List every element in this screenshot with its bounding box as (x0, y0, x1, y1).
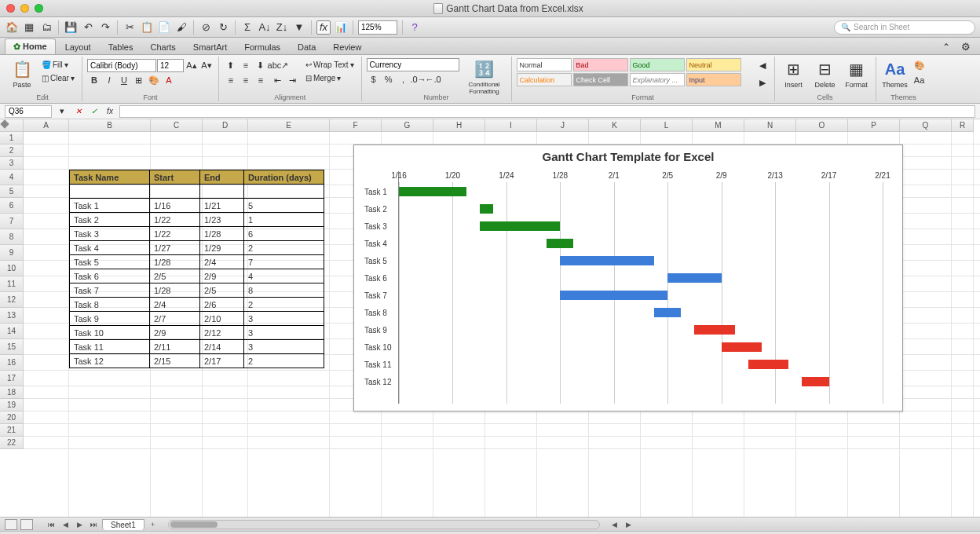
scroll-right-button[interactable]: ▶ (623, 519, 634, 530)
collapse-ribbon-button[interactable]: ⌃ (938, 40, 955, 54)
table-cell[interactable] (200, 185, 244, 199)
table-cell[interactable]: 2/5 (150, 269, 200, 283)
col-header-G[interactable]: G (382, 119, 433, 132)
col-header-H[interactable]: H (433, 119, 485, 132)
show-formulas-icon[interactable]: 📊 (334, 20, 348, 35)
theme-colors-button[interactable]: 🎨 (912, 58, 927, 72)
format-button[interactable]: ▦Format (843, 58, 871, 89)
table-cell[interactable]: 1/16 (150, 199, 200, 213)
styles-scroll-down[interactable]: ▶ (755, 75, 770, 90)
scroll-left-button[interactable]: ◀ (609, 519, 620, 530)
row-header-15[interactable]: 15 (0, 339, 24, 355)
table-cell[interactable]: 1/28 (150, 255, 200, 269)
first-sheet-button[interactable]: ⏮ (46, 519, 57, 530)
table-cell[interactable]: 2/9 (200, 269, 244, 283)
table-cell[interactable]: 2 (244, 241, 324, 255)
table-cell[interactable]: 2/11 (150, 340, 200, 354)
table-cell[interactable]: Task 9 (70, 312, 150, 326)
table-cell[interactable]: Task 8 (70, 298, 150, 312)
tab-home[interactable]: ✿ Home (5, 38, 56, 54)
table-cell[interactable]: Task 12 (70, 354, 150, 368)
format-painter-icon[interactable]: 🖌 (174, 20, 188, 35)
col-header-E[interactable]: E (248, 119, 330, 132)
row-header-3[interactable]: 3 (0, 157, 24, 170)
table-cell[interactable]: Task 5 (70, 255, 150, 269)
paste-button[interactable]: 📋Paste (8, 58, 36, 89)
cells-area[interactable]: Task NameStartEndDuration (days) Task 11… (24, 132, 980, 517)
table-cell[interactable]: Task 4 (70, 241, 150, 255)
table-header[interactable]: End (200, 170, 244, 185)
table-header[interactable]: Start (150, 170, 200, 185)
style-normal[interactable]: Normal (517, 58, 572, 71)
table-cell[interactable]: 2/14 (200, 340, 244, 354)
row-header-6[interactable]: 6 (0, 198, 24, 214)
table-cell[interactable]: Task 7 (70, 283, 150, 298)
row-header-16[interactable]: 16 (0, 355, 24, 371)
table-cell[interactable]: 2/6 (200, 298, 244, 312)
cut-icon[interactable]: ✂ (122, 20, 137, 35)
autosum-icon[interactable]: Σ (240, 20, 254, 35)
table-cell[interactable]: 2 (244, 354, 324, 368)
decrease-decimal-button[interactable]: ←.0 (426, 72, 441, 86)
merge-button[interactable]: ⊟Merge ▾ (303, 71, 357, 84)
col-header-J[interactable]: J (537, 119, 589, 132)
conditional-formatting-button[interactable]: 🔢Conditional Formatting (463, 58, 506, 95)
next-sheet-button[interactable]: ▶ (74, 519, 85, 530)
settings-gear-icon[interactable]: ⚙ (956, 39, 975, 54)
table-cell[interactable]: 2/9 (150, 326, 200, 340)
sheet-tab-sheet1[interactable]: Sheet1 (102, 519, 144, 530)
table-cell[interactable]: 5 (244, 199, 324, 213)
tab-charts[interactable]: Charts (142, 40, 183, 54)
table-cell[interactable]: Task 3 (70, 227, 150, 241)
row-header-21[interactable]: 21 (0, 424, 24, 437)
table-cell[interactable]: Task 10 (70, 326, 150, 340)
underline-button[interactable]: U (117, 73, 131, 87)
theme-fonts-button[interactable]: Aa (912, 73, 927, 87)
table-cell[interactable]: 2/10 (200, 312, 244, 326)
paste-icon[interactable]: 📄 (157, 20, 171, 35)
tab-review[interactable]: Review (325, 40, 369, 54)
font-size-selector[interactable] (157, 59, 184, 72)
clear-button[interactable]: ◫Clear ▾ (39, 71, 77, 84)
select-all-corner[interactable] (0, 119, 24, 132)
row-header-17[interactable]: 17 (0, 371, 24, 386)
col-header-N[interactable]: N (744, 119, 796, 132)
col-header-O[interactable]: O (796, 119, 848, 132)
themes-button[interactable]: AaThemes (881, 58, 909, 89)
toolbox-icon[interactable]: 🗂 (39, 20, 53, 35)
fx-icon[interactable]: fx (316, 20, 331, 35)
row-header-5[interactable]: 5 (0, 185, 24, 198)
table-cell[interactable]: 1/27 (150, 241, 200, 255)
table-cell[interactable]: 6 (244, 227, 324, 241)
clear-icon[interactable]: ⊘ (199, 20, 213, 35)
table-cell[interactable]: 4 (244, 269, 324, 283)
wrap-text-button[interactable]: ↩Wrap Text ▾ (303, 58, 357, 71)
table-cell[interactable]: Task 6 (70, 269, 150, 283)
add-sheet-button[interactable]: + (148, 519, 159, 530)
minimize-window-button[interactable] (20, 4, 29, 13)
table-cell[interactable]: 2/5 (200, 283, 244, 298)
row-header-20[interactable]: 20 (0, 411, 24, 424)
style-check-cell[interactable]: Check Cell (573, 73, 628, 86)
row-header-8[interactable]: 8 (0, 229, 24, 245)
col-header-P[interactable]: P (848, 119, 900, 132)
row-header-4[interactable]: 4 (0, 170, 24, 185)
table-cell[interactable]: 2/12 (200, 326, 244, 340)
formula-input[interactable] (119, 105, 975, 118)
style-input[interactable]: Input (686, 73, 741, 86)
table-cell[interactable]: 1/28 (150, 283, 200, 298)
col-header-F[interactable]: F (330, 119, 382, 132)
style-explanatory[interactable]: Explanatory ... (630, 73, 685, 86)
table-cell[interactable]: 3 (244, 340, 324, 354)
tab-data[interactable]: Data (290, 40, 324, 54)
align-top-button[interactable]: ⬆ (224, 58, 238, 72)
row-header-10[interactable]: 10 (0, 261, 24, 276)
decrease-font-button[interactable]: A▾ (199, 58, 214, 72)
table-cell[interactable]: 2 (244, 298, 324, 312)
name-box[interactable] (5, 105, 52, 118)
align-middle-button[interactable]: ≡ (239, 58, 253, 72)
font-selector[interactable] (87, 59, 156, 72)
align-bottom-button[interactable]: ⬇ (254, 58, 268, 72)
filter-icon[interactable]: ▼ (292, 20, 306, 35)
redo-icon[interactable]: ↷ (98, 20, 112, 35)
